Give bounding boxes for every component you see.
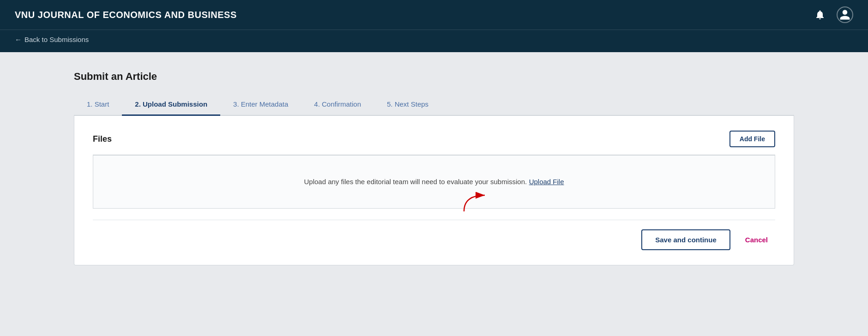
- user-avatar[interactable]: [837, 6, 853, 23]
- upload-arrow-icon: [459, 191, 492, 214]
- back-arrow-icon: ←: [15, 36, 22, 43]
- back-to-submissions-label: Back to Submissions: [24, 36, 89, 43]
- tab-enter-metadata[interactable]: 3. Enter Metadata: [220, 94, 301, 116]
- main-content: Submit an Article 1. Start 2. Upload Sub…: [0, 52, 868, 284]
- add-file-button[interactable]: Add File: [729, 131, 775, 147]
- main-header: VNU JOURNAL OF ECONOMICS AND BUSINESS: [0, 0, 868, 30]
- card-footer: Save and continue Cancel: [93, 220, 775, 250]
- step-tabs: 1. Start 2. Upload Submission 3. Enter M…: [74, 94, 794, 116]
- tab-upload-submission[interactable]: 2. Upload Submission: [122, 94, 220, 116]
- tab-start[interactable]: 1. Start: [74, 94, 122, 116]
- upload-submission-card: Files Add File Upload any files the edit…: [74, 116, 794, 265]
- page-title: Submit an Article: [74, 71, 794, 83]
- files-section-header: Files Add File: [93, 131, 775, 155]
- tab-next-steps[interactable]: 5. Next Steps: [374, 94, 441, 116]
- notification-bell-icon[interactable]: [813, 7, 827, 22]
- upload-area: Upload any files the editorial team will…: [93, 155, 775, 209]
- upload-instruction-text: Upload any files the editorial team will…: [304, 178, 527, 186]
- header-actions: [813, 6, 853, 23]
- cancel-button[interactable]: Cancel: [738, 230, 775, 249]
- site-title: VNU JOURNAL OF ECONOMICS AND BUSINESS: [15, 10, 237, 20]
- tab-confirmation[interactable]: 4. Confirmation: [301, 94, 374, 116]
- back-to-submissions-link[interactable]: ← Back to Submissions: [15, 36, 89, 43]
- subheader: ← Back to Submissions: [0, 30, 868, 52]
- files-title: Files: [93, 134, 112, 144]
- upload-file-link[interactable]: Upload File: [529, 178, 564, 186]
- save-and-continue-button[interactable]: Save and continue: [641, 229, 730, 250]
